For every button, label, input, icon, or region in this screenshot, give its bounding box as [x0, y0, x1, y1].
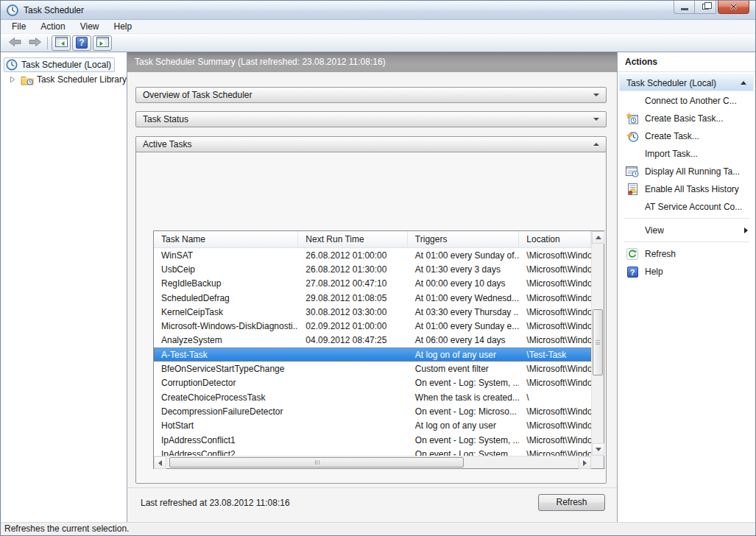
actions-group-header[interactable]: Task Scheduler (Local)	[619, 74, 754, 91]
action-help[interactable]: Help	[619, 263, 754, 281]
help-button[interactable]	[72, 35, 91, 51]
toolbar	[1, 34, 755, 52]
vertical-scroll-thumb[interactable]	[593, 309, 603, 375]
tasks-history-icon	[625, 183, 640, 195]
action-connect-to-another-c[interactable]: Connect to Another C...	[619, 92, 754, 110]
tree-item-task-scheduler-library[interactable]: Task Scheduler Library	[1, 72, 127, 87]
cell-location: \Microsoft\Windo	[519, 277, 591, 291]
cell-triggers: On event - Log: System, ...	[408, 376, 519, 390]
cell-next-run-time	[298, 447, 408, 456]
forward-arrow-button[interactable]	[25, 35, 44, 50]
action-label: Connect to Another C...	[645, 96, 737, 106]
collapse-icon[interactable]	[593, 143, 599, 146]
horizontal-scrollbar[interactable]	[154, 456, 591, 468]
table-row[interactable]: RegIdleBackup27.08.2012 00:47:10At 00:00…	[154, 277, 591, 291]
menu-action[interactable]: Action	[33, 20, 72, 33]
action-refresh[interactable]: Refresh	[619, 245, 754, 263]
show-action-pane-button[interactable]	[93, 35, 112, 51]
toolbar-separator	[47, 37, 48, 49]
refresh-button[interactable]: Refresh	[538, 494, 605, 511]
footer-divider	[127, 487, 617, 488]
expand-icon[interactable]	[593, 118, 599, 121]
table-row[interactable]: AnalyzeSystem04.09.2012 08:47:25At 06:00…	[154, 334, 591, 348]
action-enable-all-tasks-history[interactable]: Enable All Tasks History	[619, 180, 754, 198]
show-console-tree-button[interactable]	[52, 35, 71, 51]
action-label: Import Task...	[645, 149, 698, 159]
cell-task-name: DecompressionFailureDetector	[154, 404, 298, 418]
cell-triggers: On event - Log: System, ...	[408, 447, 519, 456]
status-bar: Refreshes the current selection.	[1, 522, 755, 535]
column-header-task-name[interactable]: Task Name	[154, 231, 298, 247]
horizontal-scroll-thumb[interactable]	[169, 457, 464, 468]
menu-view[interactable]: View	[73, 20, 107, 33]
show-action-pane-icon	[96, 37, 109, 49]
table-row[interactable]: Microsoft-Windows-DiskDiagnosti...02.09.…	[154, 319, 591, 333]
table-row[interactable]: CreateChoiceProcessTaskWhen the task is …	[154, 390, 591, 404]
section-bar-active-tasks[interactable]: Active Tasks	[135, 136, 607, 152]
scroll-left-button[interactable]	[154, 456, 166, 469]
column-header-next-run-time[interactable]: Next Run Time	[298, 231, 408, 247]
cell-next-run-time: 26.08.2012 01:30:00	[298, 262, 408, 276]
table-body: WinSAT26.08.2012 01:00:00At 01:00 every …	[154, 248, 591, 456]
menu-file[interactable]: File	[4, 20, 33, 33]
column-header-triggers[interactable]: Triggers	[408, 231, 519, 247]
cell-task-name: WinSAT	[154, 248, 298, 262]
vertical-scrollbar[interactable]	[591, 231, 604, 456]
scroll-down-button[interactable]	[592, 443, 604, 456]
cell-task-name: UsbCeip	[154, 262, 298, 276]
table-row[interactable]: IpAddressConflict1On event - Log: System…	[154, 433, 591, 447]
expander-icon[interactable]	[10, 76, 18, 83]
action-import-task[interactable]: Import Task...	[619, 145, 754, 163]
cell-triggers: On event - Log: Microso...	[408, 404, 519, 418]
arrow-right-icon	[583, 460, 587, 466]
cell-next-run-time: 02.09.2012 01:00:00	[298, 319, 408, 333]
minimize-icon	[681, 8, 688, 10]
cell-triggers: At 01:00 every Wednesd...	[408, 291, 519, 305]
actions-group-label: Task Scheduler (Local)	[626, 78, 716, 88]
collapse-icon[interactable]	[741, 81, 746, 85]
scroll-up-button[interactable]	[592, 231, 604, 244]
cell-task-name: KernelCeipTask	[154, 305, 298, 319]
cell-triggers: At log on of any user	[408, 419, 519, 433]
table-row[interactable]: BfeOnServiceStartTypeChangeCustom event …	[154, 362, 591, 375]
table-row[interactable]: KernelCeipTask30.08.2012 03:30:00At 03:3…	[154, 305, 591, 319]
scroll-right-button[interactable]	[579, 456, 591, 469]
minimize-button[interactable]	[674, 0, 695, 14]
section-bar-task-status[interactable]: Task Status	[135, 111, 607, 127]
menu-help[interactable]: Help	[107, 20, 140, 33]
restore-button[interactable]	[695, 0, 716, 14]
cell-location: \Test-Task	[519, 348, 591, 362]
expand-icon[interactable]	[593, 94, 599, 96]
action-create-task[interactable]: Create Task...	[619, 127, 754, 145]
table-row[interactable]: A-Test-TaskAt log on of any user\Test-Ta…	[154, 348, 591, 362]
cell-next-run-time	[298, 419, 408, 433]
table-row[interactable]: HotStartAt log on of any user\Microsoft\…	[154, 419, 591, 433]
table-row[interactable]: IpAddressConflict2On event - Log: System…	[154, 447, 591, 456]
cell-task-name: BfeOnServiceStartTypeChange	[154, 362, 298, 375]
close-button[interactable]	[718, 0, 749, 14]
back-arrow-button[interactable]	[6, 35, 25, 50]
action-at-service-account-co[interactable]: AT Service Account Co...	[619, 198, 754, 216]
table-row[interactable]: UsbCeip26.08.2012 01:30:00At 01:30 every…	[154, 262, 591, 276]
window-controls	[674, 0, 749, 14]
action-display-all-running-ta[interactable]: Display All Running Ta...	[619, 163, 754, 180]
help-icon	[627, 267, 638, 278]
table-row[interactable]: ScheduledDefrag29.08.2012 01:08:05At 01:…	[154, 291, 591, 305]
action-create-basic-task[interactable]: Create Basic Task...	[619, 110, 754, 127]
cell-triggers: At 01:00 every Sunday e...	[408, 319, 519, 333]
column-header-location[interactable]: Location	[519, 231, 591, 247]
clock-icon	[6, 59, 18, 71]
action-view[interactable]: View	[619, 222, 754, 239]
actions-title: Actions	[618, 52, 755, 72]
create-basic-task-icon	[625, 113, 640, 124]
close-icon	[729, 3, 738, 10]
cell-location: \	[519, 390, 591, 404]
tree-item-task-scheduler-local[interactable]: Task Scheduler (Local)	[1, 57, 127, 72]
status-text: Refreshes the current selection.	[4, 523, 129, 534]
table-row[interactable]: CorruptionDetectorOn event - Log: System…	[154, 376, 591, 390]
section-bar-overview-of-task-scheduler[interactable]: Overview of Task Scheduler	[135, 87, 607, 103]
last-refreshed-text: Last refreshed at 23.08.2012 11:08:16	[141, 498, 290, 508]
cell-task-name: IpAddressConflict1	[154, 433, 298, 447]
table-row[interactable]: DecompressionFailureDetectorOn event - L…	[154, 404, 591, 418]
table-row[interactable]: WinSAT26.08.2012 01:00:00At 01:00 every …	[154, 248, 591, 262]
